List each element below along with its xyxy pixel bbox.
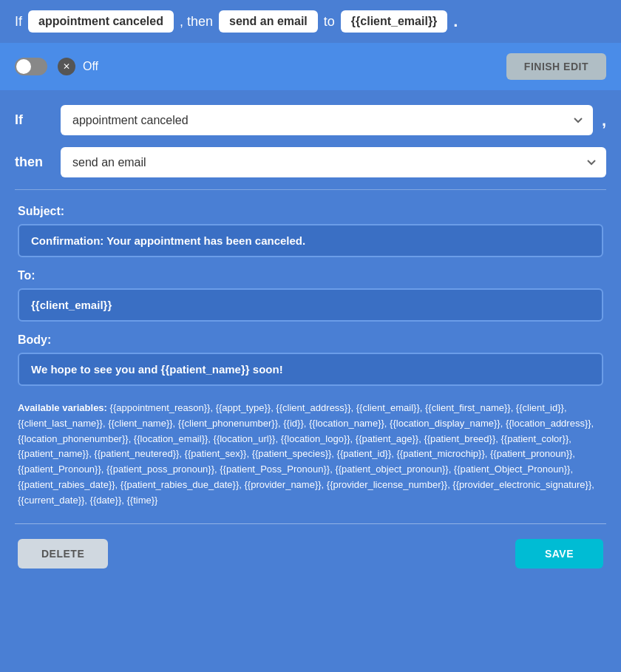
main-content: If appointment canceled , then send an e… — [0, 90, 621, 586]
to-input[interactable] — [18, 288, 603, 322]
finish-edit-button[interactable]: FINISH EDIT — [506, 53, 606, 80]
then-row: then send an email — [15, 147, 606, 177]
subject-label: Subject: — [18, 205, 603, 218]
to-label: To: — [18, 269, 603, 282]
toggle-clear-button[interactable]: ✕ — [58, 58, 75, 75]
variables-section: Available variables: {{appointment_reaso… — [15, 398, 606, 523]
header-to-label: to — [324, 14, 335, 30]
toggle-thumb — [16, 59, 31, 74]
subject-section: Subject: — [15, 205, 606, 257]
header-dot: . — [453, 12, 458, 31]
subject-input[interactable] — [18, 224, 603, 257]
variables-label: Available variables: — [18, 402, 107, 413]
comma-separator: , — [602, 111, 606, 130]
toggle-switch[interactable] — [15, 58, 47, 75]
action-select[interactable]: send an email — [61, 147, 606, 177]
condition-select[interactable]: appointment canceled — [61, 105, 593, 135]
to-section: To: — [15, 269, 606, 322]
header-if-label: If — [15, 14, 22, 30]
action-bar: DELETE SAVE — [15, 539, 606, 586]
if-label: If — [15, 112, 52, 128]
section-divider — [15, 189, 606, 190]
toggle-left: ✕ Off — [15, 58, 98, 75]
header-bar: If appointment canceled , then send an e… — [0, 0, 621, 43]
toggle-track[interactable] — [15, 58, 47, 75]
body-label: Body: — [18, 333, 603, 347]
close-icon: ✕ — [63, 62, 70, 71]
delete-button[interactable]: DELETE — [18, 539, 108, 569]
if-row: If appointment canceled , — [15, 105, 606, 135]
header-recipient-pill: {{client_email}} — [341, 10, 448, 33]
toggle-bar: ✕ Off FINISH EDIT — [0, 43, 621, 90]
header-condition-pill: appointment canceled — [28, 10, 174, 33]
header-action-pill: send an email — [219, 10, 318, 33]
bottom-divider — [15, 523, 606, 524]
header-then-label: , then — [180, 14, 213, 30]
then-label: then — [15, 155, 52, 170]
body-input[interactable] — [18, 353, 603, 386]
variables-text: {{appointment_reason}}, {{appt_type}}, {… — [18, 402, 594, 506]
save-button[interactable]: SAVE — [515, 539, 603, 569]
body-section: Body: — [15, 333, 606, 386]
toggle-status-label: Off — [83, 60, 98, 73]
